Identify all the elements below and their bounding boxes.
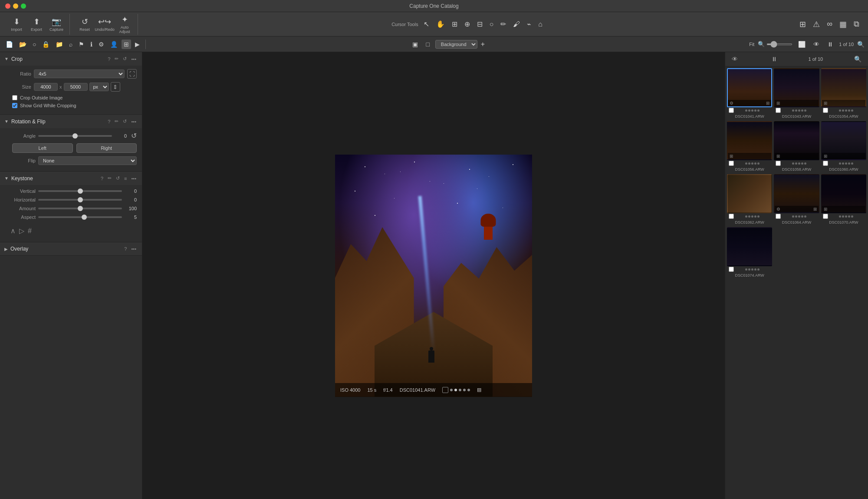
filmstrip-search-btn[interactable]: 🔍 bbox=[852, 55, 864, 63]
lock-btn[interactable]: 🔒 bbox=[40, 40, 52, 49]
minimize-button[interactable] bbox=[13, 3, 18, 9]
maximize-button[interactable] bbox=[21, 3, 26, 9]
size-width-input[interactable] bbox=[34, 83, 58, 91]
crop-more-btn[interactable]: ••• bbox=[130, 56, 138, 62]
arrow-btn[interactable]: ▶ bbox=[133, 40, 142, 49]
zoom-slider[interactable] bbox=[766, 43, 792, 45]
rotation-reset-btn[interactable]: ↺ bbox=[122, 118, 128, 125]
thumb-check-5[interactable] bbox=[776, 161, 781, 166]
thumbnail-dsc01056[interactable]: ⊞ DSC01056.ARW bbox=[727, 121, 772, 172]
keystone-more-btn[interactable]: ••• bbox=[130, 175, 138, 182]
info-btn[interactable]: ℹ bbox=[88, 40, 95, 49]
overlay-more-btn[interactable]: ••• bbox=[130, 246, 138, 252]
folder-btn[interactable]: 📁 bbox=[53, 40, 65, 49]
keystone-arrow-icon[interactable]: ▷ bbox=[19, 227, 24, 235]
keystone-help-btn[interactable]: ? bbox=[99, 175, 105, 182]
add-view-button[interactable]: + bbox=[481, 40, 485, 48]
show-grid-checkbox[interactable] bbox=[12, 103, 17, 108]
ratio-select[interactable]: 4x5 bbox=[34, 69, 125, 78]
thumbnail-dsc01041[interactable]: ⚙ ⊞ DSC01041.ARW bbox=[727, 68, 772, 119]
capture-button[interactable]: 📷 Capture bbox=[47, 14, 66, 35]
cursor-circle-tool[interactable]: ○ bbox=[488, 19, 496, 30]
crop-outside-label[interactable]: Crop Outside Image bbox=[20, 95, 62, 100]
open-btn[interactable]: 📂 bbox=[17, 40, 29, 49]
crop-tool-active-btn[interactable]: ⊞ bbox=[122, 40, 131, 49]
cursor-heal-tool[interactable]: ⌁ bbox=[525, 18, 533, 30]
thumb-check-1[interactable] bbox=[729, 108, 734, 113]
cursor-pan-tool[interactable]: ✋ bbox=[434, 18, 447, 30]
filmstrip-eye-btn[interactable]: 👁 bbox=[730, 55, 740, 63]
keystone-grid-icon[interactable]: # bbox=[28, 227, 32, 235]
cursor-crop-tool[interactable]: ⊞ bbox=[450, 18, 459, 30]
keystone-wedge-icon[interactable]: ∧ bbox=[10, 227, 16, 235]
thumb-check-6[interactable] bbox=[823, 161, 828, 166]
rotation-more-btn[interactable]: ••• bbox=[130, 119, 138, 125]
filmstrip-pause-btn[interactable]: ⏸ bbox=[769, 55, 779, 63]
keystone-list-btn[interactable]: ≡ bbox=[123, 175, 128, 182]
rotate-right-button[interactable]: Right bbox=[76, 143, 137, 153]
cursor-keystone-tool[interactable]: ⊟ bbox=[475, 18, 484, 30]
thumbnail-dsc01060[interactable]: ⊞ DSC01060.ARW bbox=[821, 121, 866, 172]
crop-edit-btn[interactable]: ✏ bbox=[113, 56, 120, 62]
settings-btn[interactable]: ⚙ bbox=[96, 40, 106, 49]
crop-help-btn[interactable]: ? bbox=[106, 56, 112, 62]
background-select[interactable]: Background bbox=[435, 40, 477, 49]
edit-selected-button[interactable]: ▦ bbox=[838, 18, 848, 31]
cursor-select-tool[interactable]: ↖ bbox=[422, 18, 431, 30]
rotation-edit-btn[interactable]: ✏ bbox=[113, 118, 120, 125]
proofing-button[interactable]: ∞ bbox=[825, 18, 834, 30]
keystone-reset-btn[interactable]: ↺ bbox=[115, 175, 121, 182]
keystone-edit-btn[interactable]: ✏ bbox=[106, 175, 113, 182]
thumb-check-7[interactable] bbox=[729, 214, 734, 219]
crop-reset-btn[interactable]: ↺ bbox=[122, 56, 128, 62]
aspect-lock-btn[interactable]: ⛶ bbox=[127, 69, 137, 79]
close-button[interactable] bbox=[5, 3, 10, 9]
show-overlay-button[interactable]: 👁 bbox=[811, 40, 822, 49]
grid-view-button[interactable]: ⊞ bbox=[798, 18, 808, 31]
cursor-straighten-tool[interactable]: ⊕ bbox=[463, 18, 472, 30]
thumbnail-dsc01058[interactable]: ⊞ DSC01058.ARW bbox=[774, 121, 819, 172]
copy-apply-button[interactable]: ⧉ bbox=[852, 18, 861, 30]
undo-redo-button[interactable]: ↩↪ Undo/Redo bbox=[95, 14, 114, 35]
thumb-check-4[interactable] bbox=[729, 161, 734, 166]
crop-header[interactable]: ▼ Crop ? ✏ ↺ ••• bbox=[0, 52, 142, 66]
search-button[interactable]: 🔍 bbox=[857, 41, 865, 48]
vertical-slider[interactable] bbox=[38, 190, 122, 192]
thumb-check-2[interactable] bbox=[776, 108, 781, 113]
pause-button[interactable]: ⏸ bbox=[825, 40, 835, 49]
angle-slider[interactable] bbox=[38, 135, 112, 137]
show-grid-label[interactable]: Show Grid While Cropping bbox=[20, 103, 76, 108]
cursor-clone-tool[interactable]: 🖌 bbox=[511, 19, 522, 30]
rotation-help-btn[interactable]: ? bbox=[106, 119, 112, 125]
import-button[interactable]: ⬇ Import bbox=[7, 14, 26, 35]
rotation-header[interactable]: ▼ Rotation & Flip ? ✏ ↺ ••• bbox=[0, 115, 142, 128]
thumbnail-dsc01070[interactable]: ⊞ DSC01070.ARW bbox=[821, 174, 866, 225]
exp-warning-button[interactable]: ⚠ bbox=[811, 18, 822, 31]
thumbnail-dsc01054[interactable]: ⊞ DSC01054.ARW bbox=[821, 68, 866, 119]
new-session-btn[interactable]: 📄 bbox=[3, 40, 15, 49]
magnify-button[interactable]: ⬜ bbox=[796, 40, 808, 49]
crop-outside-checkbox[interactable] bbox=[12, 95, 17, 100]
people-btn[interactable]: 👤 bbox=[108, 40, 120, 49]
aspect-slider[interactable] bbox=[38, 216, 122, 218]
angle-reset-btn[interactable]: ↺ bbox=[131, 132, 137, 140]
thumbnail-dsc01062[interactable]: DSC01062.ARW bbox=[727, 174, 772, 225]
thumbnail-dsc01064[interactable]: ⚙ ⊞ DSC01064.ARW bbox=[774, 174, 819, 225]
overlay-help-btn[interactable]: ? bbox=[123, 246, 128, 252]
search-bar-btn[interactable]: ⌕ bbox=[67, 40, 75, 49]
auto-adjust-button[interactable]: ✦ Auto Adjust bbox=[115, 14, 134, 35]
size-height-input[interactable] bbox=[64, 83, 88, 91]
rotate-left-button[interactable]: Left bbox=[12, 143, 73, 153]
thumb-check-8[interactable] bbox=[776, 214, 781, 219]
thumbnail-dsc01043[interactable]: ⊞ DSC01043.ARW bbox=[774, 68, 819, 119]
flag-btn[interactable]: ⚑ bbox=[76, 40, 86, 49]
overlay-header[interactable]: ▶ Overlay ? ••• bbox=[0, 242, 142, 255]
dual-view-btn[interactable]: □ bbox=[424, 40, 431, 49]
cursor-sample-tool[interactable]: ⌂ bbox=[536, 19, 544, 30]
flip-select[interactable]: None bbox=[38, 156, 137, 165]
thumb-check-10[interactable] bbox=[729, 267, 734, 272]
export-button[interactable]: ⬆ Export bbox=[27, 14, 46, 35]
thumb-check-9[interactable] bbox=[823, 214, 828, 219]
amount-slider[interactable] bbox=[38, 208, 122, 209]
reset-button[interactable]: ↺ Reset bbox=[75, 14, 94, 35]
